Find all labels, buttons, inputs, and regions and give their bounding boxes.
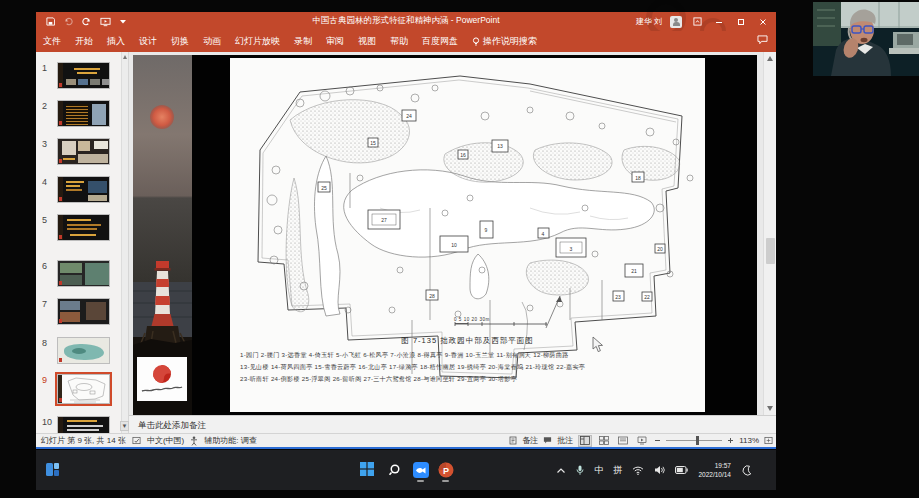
- slide-thumbnail-2[interactable]: [57, 100, 110, 127]
- language-status[interactable]: 中文(中国): [147, 435, 184, 446]
- maximize-button[interactable]: [734, 15, 748, 28]
- ribbon-tab-help[interactable]: 帮助: [383, 31, 415, 52]
- slide-thumbnail-8[interactable]: [57, 337, 110, 364]
- ime-mode-button[interactable]: 拼: [613, 464, 622, 477]
- redo-icon[interactable]: [82, 17, 91, 26]
- slide-thumbnail-1[interactable]: [57, 62, 110, 89]
- start-slideshow-icon[interactable]: [100, 17, 111, 27]
- running-indicator: [442, 480, 449, 482]
- notes-icon: [509, 436, 517, 445]
- widgets-icon[interactable]: [45, 462, 60, 477]
- svg-text:9: 9: [485, 227, 488, 233]
- tray-overflow-chevron-icon[interactable]: [556, 467, 566, 474]
- save-icon[interactable]: [46, 17, 55, 26]
- scroll-up-icon[interactable]: [123, 55, 127, 59]
- slide-thumbnail-5[interactable]: [57, 214, 110, 241]
- ribbon-tab-view[interactable]: 视图: [351, 31, 383, 52]
- slide-thumbnail-4[interactable]: [57, 176, 110, 203]
- comments-bubble-icon[interactable]: [757, 35, 768, 47]
- powerpoint-taskbar-icon[interactable]: P: [438, 462, 453, 477]
- ribbon-tab-insert[interactable]: 插入: [100, 31, 132, 52]
- slide-number: 8: [42, 338, 47, 348]
- svg-text:4: 4: [542, 231, 545, 237]
- svg-text:23: 23: [615, 294, 621, 300]
- slide-counter[interactable]: 幻灯片 第 9 张, 共 14 张: [41, 435, 126, 446]
- battery-icon[interactable]: [675, 466, 688, 474]
- slide-thumbnail-10[interactable]: [57, 416, 110, 433]
- window-bottom-edge: [36, 447, 776, 449]
- tell-me-search[interactable]: 操作说明搜索: [465, 35, 544, 48]
- thumbnail-scroll-down-button[interactable]: ▼: [120, 421, 129, 431]
- slide-scrollbar[interactable]: [763, 52, 776, 415]
- ribbon-tab-file[interactable]: 文件: [36, 31, 68, 52]
- ribbon-tab-slideshow[interactable]: 幻灯片放映: [228, 31, 287, 52]
- slide-number: 2: [42, 101, 47, 111]
- microphone-icon[interactable]: [576, 465, 584, 476]
- fit-to-window-icon[interactable]: [764, 436, 773, 445]
- ribbon-tab-transitions[interactable]: 切换: [164, 31, 196, 52]
- reading-view-button[interactable]: [616, 435, 630, 447]
- scrollbar-thumb[interactable]: [766, 238, 775, 264]
- svg-text:P: P: [443, 466, 449, 476]
- speaker-icon[interactable]: [654, 465, 665, 475]
- taskbar-clock[interactable]: 19:57 2022/10/14: [698, 461, 731, 480]
- shared-screen: 中国古典园林的形式特征和精神内涵 - PowerPoint 建华 刘 文件 开始…: [0, 0, 919, 498]
- close-button[interactable]: [756, 15, 770, 28]
- normal-view-button[interactable]: [578, 435, 592, 447]
- spellcheck-icon[interactable]: [132, 436, 141, 445]
- notes-toggle[interactable]: 备注: [522, 435, 538, 446]
- slide-sorter-view-button[interactable]: [597, 435, 611, 447]
- figure-caption: 图 7-135 拙政园中部及西部平面图: [230, 336, 705, 346]
- minimize-button[interactable]: [712, 15, 726, 28]
- zoom-slider-thumb[interactable]: [696, 436, 699, 445]
- notes-pane[interactable]: 单击此处添加备注: [129, 415, 776, 433]
- accessibility-status[interactable]: 辅助功能: 调查: [204, 435, 256, 446]
- ribbon-tab-design[interactable]: 设计: [132, 31, 164, 52]
- scroll-up-icon[interactable]: [767, 56, 773, 61]
- slide-number: 5: [42, 215, 47, 225]
- ime-language-button[interactable]: 中: [594, 464, 603, 477]
- zoom-slider[interactable]: [666, 440, 722, 442]
- slide-thumbnail-9-selected[interactable]: [57, 374, 110, 404]
- focus-assist-moon-icon[interactable]: [741, 465, 752, 476]
- customize-qat-icon[interactable]: [120, 19, 126, 24]
- slide-canvas[interactable]: 24131516 1825109 432120 27232228 0 5 10 …: [133, 55, 757, 415]
- ribbon-tab-animations[interactable]: 动画: [196, 31, 228, 52]
- search-icon[interactable]: [387, 462, 402, 477]
- clock-time: 19:57: [715, 462, 731, 469]
- ribbon-tab-baidu-netdisk[interactable]: 百度网盘: [415, 31, 465, 52]
- ribbon-tab-review[interactable]: 审阅: [319, 31, 351, 52]
- slide-thumbnail-7[interactable]: [57, 298, 110, 325]
- zoom-out-icon[interactable]: [654, 437, 661, 444]
- svg-text:25: 25: [321, 185, 327, 191]
- comments-toggle[interactable]: 批注: [557, 435, 573, 446]
- svg-text:28: 28: [429, 293, 435, 299]
- quick-access-toolbar: [36, 17, 126, 27]
- slide-thumbnail-3[interactable]: [57, 138, 110, 165]
- ribbon-tab-record[interactable]: 录制: [287, 31, 319, 52]
- system-tray: 中 拼 19:57 2022/10/14: [556, 450, 752, 490]
- windows-taskbar: P 中 拼 19:57 2022/10/14: [36, 450, 776, 490]
- wifi-icon[interactable]: [632, 466, 644, 475]
- window-title: 中国古典园林的形式特征和精神内涵 - PowerPoint: [312, 15, 499, 27]
- account-name[interactable]: 建华 刘: [636, 16, 662, 27]
- slide-thumbnail-6[interactable]: [57, 260, 110, 287]
- svg-text:20: 20: [657, 246, 663, 252]
- ribbon-display-options-button[interactable]: [690, 15, 704, 28]
- editing-area: 1 2: [36, 52, 776, 415]
- undo-icon[interactable]: [64, 17, 73, 26]
- zoom-in-icon[interactable]: [727, 437, 734, 444]
- title-bar: 中国古典园林的形式特征和精神内涵 - PowerPoint 建华 刘: [36, 12, 776, 31]
- ribbon-tab-home[interactable]: 开始: [68, 31, 100, 52]
- meeting-app-icon[interactable]: [413, 462, 428, 477]
- zoom-level[interactable]: 113%: [739, 436, 759, 445]
- slideshow-view-button[interactable]: [635, 435, 649, 447]
- presenter-webcam-video[interactable]: [813, 2, 919, 76]
- start-button[interactable]: [360, 462, 375, 477]
- account-avatar[interactable]: [670, 16, 682, 28]
- thumbnail-scrollbar[interactable]: [121, 52, 128, 433]
- sunset-lighthouse-image: [133, 55, 192, 415]
- scroll-down-icon[interactable]: [767, 406, 773, 411]
- accessibility-icon: [190, 436, 198, 446]
- slide-number: 4: [42, 177, 47, 187]
